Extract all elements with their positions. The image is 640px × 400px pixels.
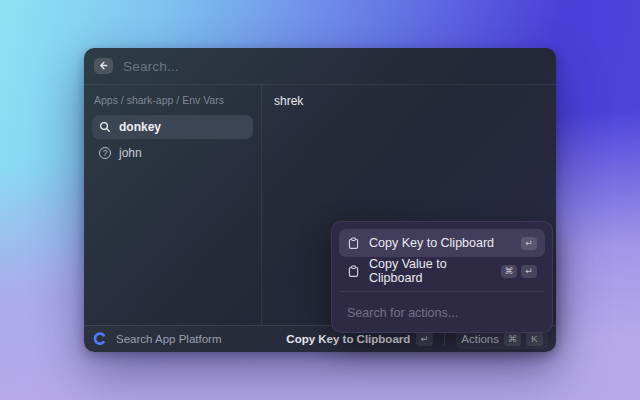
list-item-donkey[interactable]: donkey — [92, 115, 253, 139]
back-button[interactable] — [94, 58, 113, 74]
window-body: Apps / shark-app / Env Vars donkey ? joh… — [84, 85, 556, 325]
list-item-label: john — [119, 146, 142, 160]
action-copy-key[interactable]: Copy Key to Clipboard ↵ — [339, 229, 545, 257]
cmd-key-badge: ⌘ — [504, 332, 521, 346]
action-copy-value[interactable]: Copy Value to Clipboard ⌘ ↵ — [339, 257, 545, 285]
actions-popover: Copy Key to Clipboard ↵ Copy Value to Cl… — [331, 221, 553, 333]
action-label: Copy Key to Clipboard — [369, 236, 494, 250]
enter-key-badge: ↵ — [521, 237, 537, 250]
clipboard-icon — [347, 265, 360, 278]
clipboard-icon — [347, 237, 360, 250]
enter-key-badge: ↵ — [416, 332, 433, 346]
primary-action-label: Copy Key to Clipboard — [286, 333, 410, 345]
k-key-badge: K — [526, 332, 543, 346]
shortcut-keys: ↵ — [521, 237, 537, 250]
detail-value: shrek — [274, 94, 303, 108]
list-item-john[interactable]: ? john — [92, 141, 253, 165]
app-name: Search App Platform — [116, 333, 221, 345]
question-icon: ? — [99, 147, 111, 159]
shortcut-keys: ⌘ ↵ — [501, 265, 537, 278]
search-input[interactable]: Search... — [123, 59, 179, 74]
arrow-left-icon — [98, 57, 109, 75]
search-header: Search... — [84, 48, 556, 85]
app-logo-icon — [92, 331, 108, 347]
cmd-key-badge: ⌘ — [501, 265, 517, 278]
primary-action-button[interactable]: Copy Key to Clipboard ↵ — [286, 332, 433, 346]
magnifier-icon — [99, 121, 111, 133]
actions-menu-label: Actions — [461, 333, 499, 345]
action-label: Copy Value to Clipboard — [369, 257, 492, 285]
popover-divider — [340, 291, 544, 292]
breadcrumb: Apps / shark-app / Env Vars — [92, 93, 253, 115]
footer-separator — [444, 333, 445, 346]
list-item-label: donkey — [119, 120, 161, 134]
launcher-window: Search... Apps / shark-app / Env Vars do… — [84, 48, 556, 352]
actions-search-input[interactable]: Search for actions... — [339, 298, 545, 325]
results-panel: Apps / shark-app / Env Vars donkey ? joh… — [84, 85, 262, 325]
desktop-background: Search... Apps / shark-app / Env Vars do… — [0, 0, 640, 400]
enter-key-badge: ↵ — [521, 265, 537, 278]
